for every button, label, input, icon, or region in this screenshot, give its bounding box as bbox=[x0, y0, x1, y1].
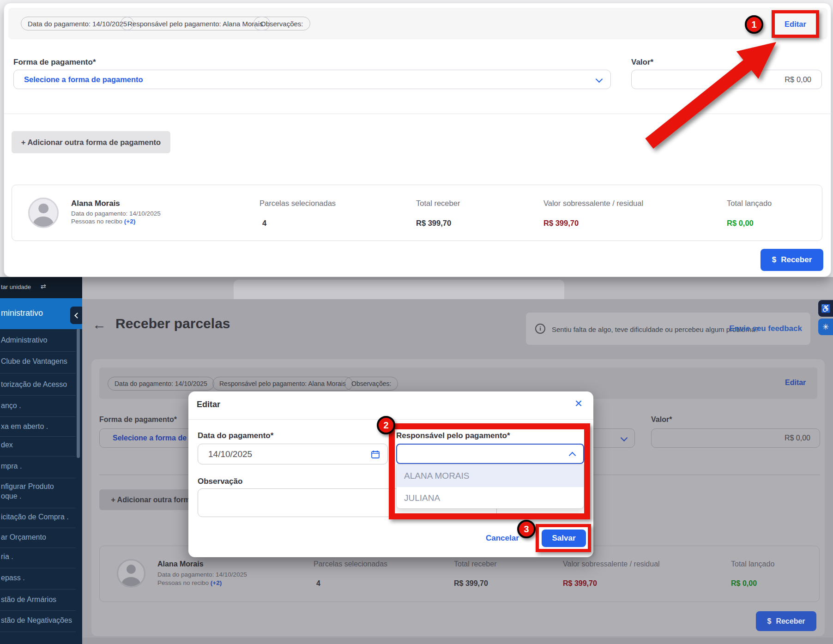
sidebar-collapse-button[interactable] bbox=[70, 307, 82, 324]
receber-button[interactable]: $Receber bbox=[756, 611, 816, 631]
sidebar-item[interactable]: xa em aberto . bbox=[1, 422, 48, 431]
sidebar-item[interactable]: oque . bbox=[1, 492, 21, 500]
modal-obs-label: Observação bbox=[198, 477, 242, 486]
feedback-link[interactable]: Envie seu feedback bbox=[729, 324, 802, 333]
sidebar-item[interactable]: torização de Acesso bbox=[1, 380, 67, 389]
ai-assistant-icon: ✳ bbox=[822, 322, 829, 332]
sidebar-item[interactable]: nfigurar Produto bbox=[1, 482, 54, 491]
sidebar-item[interactable]: epass . bbox=[1, 574, 25, 582]
sidebar-active-label: ministrativo bbox=[1, 308, 43, 318]
sidebar-item[interactable]: stão de Armários bbox=[1, 596, 56, 604]
chip-observacoes: Observações: bbox=[344, 377, 398, 391]
forma-pagamento-label: Forma de pagamento* bbox=[99, 415, 177, 424]
modal-date-value: 14/10/2025 bbox=[208, 449, 252, 459]
dollar-icon: $ bbox=[772, 255, 776, 265]
sidebar-unit-bar[interactable]: tar unidade ⇄ bbox=[0, 277, 82, 298]
col-value-residual: R$ 399,70 bbox=[563, 579, 597, 588]
accessibility-icon: ♿ bbox=[821, 304, 830, 313]
valor-value: R$ 0,00 bbox=[785, 434, 810, 442]
page-bottom-strip bbox=[82, 638, 833, 644]
page-title: Receber parcelas bbox=[115, 316, 230, 331]
receipt-people[interactable]: Pessoas no recibo (+2) bbox=[157, 579, 222, 586]
annotation-arrow bbox=[638, 26, 790, 150]
payer-name: Alana Morais bbox=[157, 560, 204, 568]
feedback-text: Sentiu falta de algo, teve dificuldade o… bbox=[552, 325, 759, 333]
chip-responsavel: Responsável pelo pagamento: Alana Morais bbox=[121, 17, 270, 30]
valor-input[interactable]: R$ 0,00 bbox=[651, 428, 820, 448]
receipt-people[interactable]: Pessoas no recibo (+2) bbox=[71, 218, 135, 225]
feedback-banner: i Sentiu falta de algo, teve dificuldade… bbox=[526, 313, 810, 345]
sidebar-item[interactable]: icitação de Compra . bbox=[1, 513, 69, 521]
annotation-badge-1: 1 bbox=[745, 15, 763, 34]
chip-observacoes: Observações: bbox=[254, 17, 310, 30]
divider bbox=[0, 395, 76, 396]
forma-pagamento-select[interactable]: Selecione a forma de pagamento bbox=[13, 70, 611, 89]
sidebar: tar unidade ⇄ ministrativo Administrativ… bbox=[0, 277, 82, 644]
add-payment-button[interactable]: + Adicionar outra forma de pagamento bbox=[12, 131, 170, 153]
divider bbox=[0, 416, 76, 417]
sidebar-item[interactable]: stão de Negativações bbox=[1, 616, 72, 625]
annotation-box-step2 bbox=[389, 423, 590, 519]
chip-data-pagamento: Data do pagamento: 14/10/2025 bbox=[21, 17, 134, 30]
annotation-badge-3: 3 bbox=[517, 520, 536, 538]
modal-date-label: Data do pagamento* bbox=[198, 431, 273, 440]
chevron-left-icon bbox=[74, 313, 80, 319]
divider bbox=[0, 589, 76, 590]
col-label: Valor sobressalente / residual bbox=[563, 560, 660, 568]
chip-data-pagamento: Data do pagamento: 14/10/2025 bbox=[108, 377, 214, 391]
col-value: R$ 399,70 bbox=[416, 219, 451, 228]
col-value-lancado: R$ 0,00 bbox=[727, 219, 754, 228]
back-arrow-icon[interactable]: ← bbox=[92, 317, 106, 332]
info-icon: i bbox=[535, 324, 545, 334]
receipt-extra-badge: (+2) bbox=[211, 579, 222, 586]
payer-name: Alana Morais bbox=[71, 199, 120, 208]
sidebar-item[interactable]: dex bbox=[1, 441, 13, 449]
avatar bbox=[28, 198, 59, 228]
change-unit-label: tar unidade bbox=[1, 283, 31, 290]
ai-assistant-button[interactable]: ✳ bbox=[818, 319, 833, 335]
zoomed-screenshot-panel: Data do pagamento: 14/10/2025 Responsáve… bbox=[4, 3, 831, 277]
summary-card: Alana Morais Data do pagamento: 14/10/20… bbox=[12, 185, 822, 241]
divider bbox=[0, 632, 76, 632]
sidebar-item[interactable]: mpra . bbox=[1, 462, 22, 470]
divider bbox=[0, 508, 76, 508]
refresh-icon: ⇄ bbox=[41, 283, 46, 290]
col-value: 4 bbox=[262, 219, 266, 228]
col-label: Total receber bbox=[454, 560, 497, 568]
col-value-residual: R$ 399,70 bbox=[543, 219, 579, 228]
receber-button[interactable]: $Receber bbox=[761, 249, 823, 271]
cancel-button[interactable]: Cancelar bbox=[486, 534, 519, 543]
sidebar-item[interactable]: Administrativo bbox=[1, 336, 47, 344]
calendar-icon[interactable] bbox=[371, 450, 380, 459]
divider bbox=[0, 478, 76, 478]
accessibility-widget-button[interactable]: ♿ bbox=[818, 300, 833, 317]
close-icon[interactable]: × bbox=[575, 396, 582, 411]
col-label: Valor sobressalente / residual bbox=[543, 199, 643, 208]
editar-link[interactable]: Editar bbox=[785, 379, 806, 387]
col-value: R$ 399,70 bbox=[454, 579, 488, 588]
col-label: Parcelas selecionadas bbox=[314, 560, 387, 568]
divider bbox=[0, 436, 76, 437]
sidebar-item[interactable]: ria . bbox=[1, 553, 13, 561]
sidebar-scrollbar[interactable] bbox=[77, 329, 80, 458]
col-label: Total receber bbox=[416, 199, 460, 208]
chip-responsavel: Responsável pelo pagamento: Alana Morais bbox=[212, 377, 353, 391]
annotation-box-step3 bbox=[536, 524, 591, 552]
sidebar-item[interactable]: ar Orçamento bbox=[1, 533, 46, 542]
divider bbox=[0, 351, 76, 352]
sidebar-item[interactable]: Clube de Vantagens bbox=[1, 357, 67, 366]
forma-pagamento-placeholder: Selecione a forma de pagamento bbox=[24, 75, 143, 84]
divider bbox=[0, 610, 76, 611]
col-value: 4 bbox=[316, 579, 320, 588]
valor-label: Valor* bbox=[651, 415, 672, 424]
dollar-icon: $ bbox=[767, 617, 771, 626]
chevron-down-icon bbox=[596, 76, 603, 83]
receipt-extra-badge: (+2) bbox=[124, 218, 135, 225]
annotation-badge-2: 2 bbox=[377, 416, 395, 434]
modal-date-input[interactable]: 14/10/2025 bbox=[198, 444, 388, 464]
divider bbox=[0, 548, 76, 548]
toolbar-searchbox[interactable] bbox=[234, 280, 564, 299]
payer-date: Data do pagamento: 14/10/2025 bbox=[71, 210, 161, 217]
avatar bbox=[117, 559, 145, 588]
sidebar-item[interactable]: anço . bbox=[1, 402, 21, 410]
